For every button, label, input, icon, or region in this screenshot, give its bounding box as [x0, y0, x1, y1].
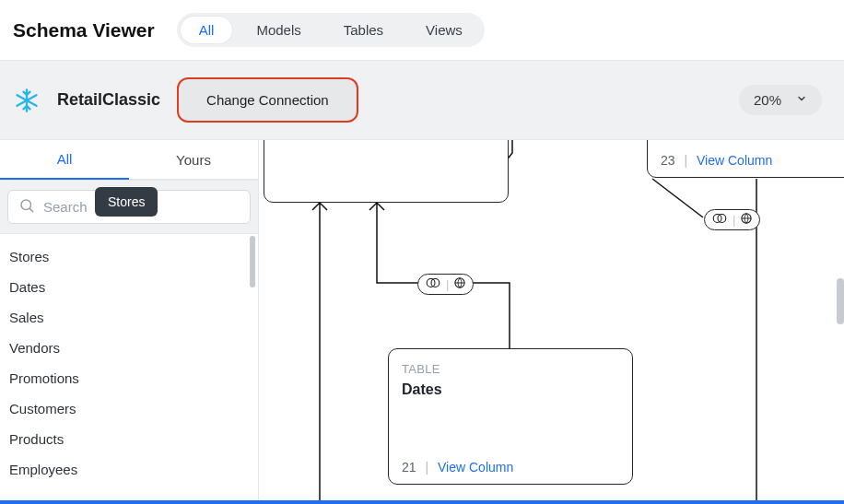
- filter-segment: All Models Tables Views: [177, 13, 485, 47]
- sidebar-item-sales[interactable]: Sales: [0, 302, 258, 333]
- sidebar-tabs: All Yours: [0, 140, 258, 180]
- sidebar-item-vendors[interactable]: Vendors: [0, 333, 258, 363]
- zoom-select[interactable]: 20%: [739, 85, 822, 115]
- globe-icon: [741, 213, 752, 227]
- snowflake-icon: [13, 87, 41, 114]
- table-card-top-right[interactable]: 23 | View Column: [647, 140, 844, 178]
- change-connection-button[interactable]: Change Connection: [177, 77, 358, 123]
- table-card-top-left[interactable]: 14 | View Column: [264, 140, 509, 203]
- zoom-value: 20%: [754, 92, 781, 108]
- sidebar-item-promotions[interactable]: Promotions: [0, 363, 258, 393]
- chevron-down-icon: [796, 93, 807, 107]
- pill-divider: |: [733, 213, 735, 227]
- footer-sep: |: [425, 460, 428, 475]
- column-count: 23: [661, 153, 675, 168]
- sidebar-item-dates[interactable]: Dates: [0, 272, 258, 302]
- globe-icon: [454, 277, 465, 291]
- filter-tables-button[interactable]: Tables: [325, 17, 402, 43]
- canvas-scrollbar[interactable]: [837, 278, 844, 324]
- relation-pill[interactable]: |: [704, 209, 760, 230]
- view-column-link[interactable]: View Column: [438, 460, 513, 475]
- relation-pill[interactable]: |: [417, 274, 474, 295]
- join-icon: [712, 213, 727, 227]
- table-card-dates[interactable]: TABLE Dates 21 | View Column: [388, 348, 633, 485]
- sidebar-item-products[interactable]: Products: [0, 424, 258, 454]
- footer-sep: |: [684, 153, 687, 168]
- search-icon: [18, 197, 35, 217]
- card-type-label: TABLE: [402, 362, 619, 376]
- filter-views-button[interactable]: Views: [407, 17, 481, 43]
- topbar: Schema Viewer All Models Tables Views: [0, 0, 844, 60]
- filter-all-button[interactable]: All: [181, 17, 233, 43]
- svg-line-4: [29, 208, 32, 211]
- connection-bar: RetailClassic Change Connection 20%: [0, 60, 844, 140]
- sidebar-scrollbar[interactable]: [250, 236, 255, 287]
- schema-canvas[interactable]: 14 | View Column 23 | View Column TABLE …: [259, 140, 844, 504]
- app-title: Schema Viewer: [13, 19, 155, 41]
- tooltip: Stores: [95, 187, 158, 217]
- sidebar-item-customers[interactable]: Customers: [0, 393, 258, 424]
- connection-name: RetailClassic: [57, 90, 160, 110]
- main-content: All Yours Stores Stores Dates Sales Vend…: [0, 140, 844, 504]
- sidebar-item-stores[interactable]: Stores: [0, 241, 258, 272]
- sidebar-tab-all[interactable]: All: [0, 140, 129, 180]
- sidebar-item-employees[interactable]: Employees: [0, 454, 258, 485]
- sidebar: All Yours Stores Stores Dates Sales Vend…: [0, 140, 259, 504]
- view-column-link[interactable]: View Column: [697, 153, 772, 168]
- pill-divider: |: [446, 277, 449, 291]
- filter-models-button[interactable]: Models: [238, 17, 319, 43]
- card-title: Dates: [402, 381, 619, 398]
- sidebar-list[interactable]: Stores Dates Sales Vendors Promotions Cu…: [0, 234, 258, 504]
- join-icon: [426, 277, 440, 291]
- search-wrapper: Stores: [0, 180, 258, 234]
- sidebar-tab-yours[interactable]: Yours: [129, 140, 258, 180]
- bottom-accent-bar: [0, 500, 844, 504]
- column-count: 21: [402, 460, 416, 475]
